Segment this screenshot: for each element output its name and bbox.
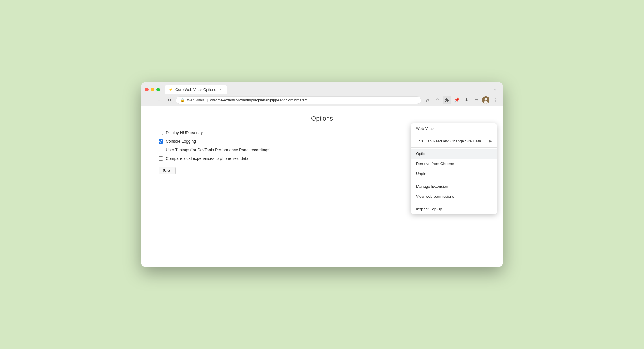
traffic-lights xyxy=(145,88,160,91)
menu-item-web-permissions[interactable]: View web permissions xyxy=(411,191,497,201)
menu-item-remove-chrome[interactable]: Remove from Chrome xyxy=(411,159,497,169)
toolbar: ← → ↻ 🔒 Web Vitals | chrome-extension://… xyxy=(141,94,503,106)
menu-item-manage-extension[interactable]: Manage Extension xyxy=(411,181,497,191)
back-button[interactable]: ← xyxy=(145,96,153,104)
menu-divider-3 xyxy=(411,180,497,180)
menu-divider-1 xyxy=(411,135,497,135)
new-tab-button[interactable]: + xyxy=(227,85,235,93)
split-view-button[interactable]: ▭ xyxy=(472,96,480,104)
address-scheme: Web Vitals xyxy=(187,98,205,102)
menu-item-inspect-popup[interactable]: Inspect Pop-up xyxy=(411,204,497,214)
page-content: Options Display HUD overlay Console Logg… xyxy=(141,106,503,267)
profile-avatar[interactable] xyxy=(482,96,489,104)
active-tab[interactable]: ⚡ Core Web Vitals Options × xyxy=(165,85,227,94)
refresh-button[interactable]: ↻ xyxy=(165,96,173,104)
save-button[interactable]: Save xyxy=(159,167,176,174)
submenu-arrow-icon: ▶ xyxy=(489,139,492,143)
extensions-button[interactable] xyxy=(443,96,451,104)
address-separator: | xyxy=(207,98,208,102)
menu-item-unpin[interactable]: Unpin xyxy=(411,169,497,179)
download-button[interactable]: ⬇ xyxy=(462,96,471,104)
toolbar-actions: ⎙ ☆ 📌 ⬇ ▭ ⋮ xyxy=(424,96,499,104)
minimize-window-button[interactable] xyxy=(151,88,154,91)
menu-item-options[interactable]: Options xyxy=(411,149,497,159)
pin-button[interactable]: 📌 xyxy=(453,96,461,104)
bookmark-button[interactable]: ☆ xyxy=(433,96,441,104)
close-window-button[interactable] xyxy=(145,88,149,91)
timings-checkbox[interactable] xyxy=(159,148,163,152)
timings-label: User Timings (for DevTools Performance P… xyxy=(166,148,272,152)
menu-item-web-vitals[interactable]: Web Vitals xyxy=(411,123,497,134)
compare-label: Compare local experiences to phone field… xyxy=(166,156,249,161)
svg-point-1 xyxy=(485,98,487,101)
tab-close-button[interactable]: × xyxy=(218,87,223,92)
forward-button[interactable]: → xyxy=(155,96,163,104)
maximize-window-button[interactable] xyxy=(156,88,160,91)
menu-divider-2 xyxy=(411,147,497,148)
page-title: Options xyxy=(159,115,485,122)
browser-window: ⚡ Core Web Vitals Options × + ⌄ ← → ↻ 🔒 … xyxy=(141,82,503,267)
tab-favicon-icon: ⚡ xyxy=(169,87,173,92)
tab-title: Core Web Vitals Options xyxy=(175,87,216,92)
hud-label: Display HUD overlay xyxy=(166,130,203,135)
context-menu: Web Vitals This Can Read and Change Site… xyxy=(411,123,497,214)
compare-checkbox[interactable] xyxy=(159,156,163,161)
console-checkbox[interactable] xyxy=(159,139,163,144)
share-button[interactable]: ⎙ xyxy=(424,96,432,104)
tabs-area: ⚡ Core Web Vitals Options × + ⌄ xyxy=(165,85,499,94)
tabs-dropdown-button[interactable]: ⌄ xyxy=(491,85,499,93)
menu-item-site-data[interactable]: This Can Read and Change Site Data ▶ xyxy=(411,136,497,146)
address-bar[interactable]: 🔒 Web Vitals | chrome-extension://ahfhij… xyxy=(176,96,421,104)
hud-checkbox[interactable] xyxy=(159,131,163,135)
menu-divider-4 xyxy=(411,203,497,203)
console-label: Console Logging xyxy=(166,139,196,144)
more-menu-button[interactable]: ⋮ xyxy=(491,96,499,104)
address-url: chrome-extension://ahfhijdlegdabablpippe… xyxy=(210,98,311,102)
title-bar: ⚡ Core Web Vitals Options × + ⌄ xyxy=(141,82,503,94)
